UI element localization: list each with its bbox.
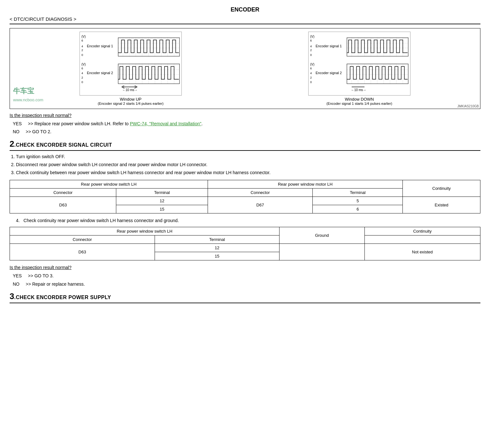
svg-text:Encoder signal 2: Encoder signal 2 <box>316 71 342 75</box>
waveform-right: (V) 6 4 2 0 Encoder signal 1 <box>308 32 410 105</box>
svg-text:4: 4 <box>81 72 83 75</box>
inspection2-no-row: NO >> Repair or replace harness. <box>13 280 480 288</box>
svg-text:2: 2 <box>81 76 83 79</box>
table2-connector-header: Connector <box>10 236 155 244</box>
svg-text:(V): (V) <box>81 35 86 38</box>
svg-text:Encoder signal 1: Encoder signal 1 <box>316 44 342 48</box>
step2-header: 2.CHECK ENCORDER SIGNAL CIRCUIT <box>10 139 480 151</box>
svg-text:0: 0 <box>81 53 83 57</box>
svg-text:4: 4 <box>81 45 83 48</box>
table1-term2-row2: 6 <box>313 205 403 213</box>
watermark-url: www.ncboo.com <box>13 97 43 102</box>
no-text-1: >> GO TO 2. <box>26 129 51 134</box>
svg-text:6: 6 <box>81 39 83 42</box>
table1-term2-row1: 5 <box>313 197 403 205</box>
svg-text:6: 6 <box>310 67 312 70</box>
waveform-left-subtitle: (Encoder signal 2 starts 1/4 pulses earl… <box>98 102 164 105</box>
table1-connector1-header: Connector <box>10 189 116 197</box>
waveform-left: (V) 6 4 2 0 Encoder signal 1 <box>80 32 182 105</box>
instruction-item: Check continuity between rear power wind… <box>16 169 480 176</box>
table2-terminal-header: Terminal <box>155 236 279 244</box>
table2-ground-val <box>279 244 365 260</box>
step3-header: 3.CHECK ENCORDER POWER SUPPLY <box>10 291 480 303</box>
svg-text:6: 6 <box>310 39 312 42</box>
continuity-table-2: Rear power window switch LH Ground Conti… <box>10 227 480 260</box>
instruction-item: Disconnect rear power window switch LH c… <box>16 161 480 168</box>
table1-terminal1-header: Terminal <box>116 189 208 197</box>
table1-group1-header: Rear power window switch LH <box>10 180 208 189</box>
svg-text:(V): (V) <box>310 35 314 38</box>
svg-text:Encoder signal 2: Encoder signal 2 <box>87 71 113 75</box>
svg-text:0: 0 <box>81 81 83 84</box>
yes-label-1: YES <box>13 121 22 126</box>
no-label-1: NO <box>13 129 19 134</box>
svg-text:(V): (V) <box>310 63 314 66</box>
inspection1-no-row: NO >> GO TO 2. <box>13 128 480 136</box>
inspection2-yes-row: YES >> GO TO 3. <box>13 272 480 280</box>
table1-conn2-val: D67 <box>208 197 312 213</box>
inspection2-question: Is the inspection result normal? <box>10 265 480 270</box>
waveform-box: 牛车宝 www.ncboo.com (V) 6 4 2 0 Encoder si… <box>10 28 480 109</box>
svg-text:←10 ms→: ←10 ms→ <box>122 88 137 92</box>
table1-continuity-header: Continuity <box>403 180 480 197</box>
step3-label: .CHECK ENCORDER POWER SUPPLY <box>14 295 111 300</box>
table1-term1-row2: 15 <box>116 205 208 213</box>
yes-text-2: >> GO TO 3. <box>28 273 53 278</box>
instruction-item: Turn ignition switch OFF. <box>16 153 480 160</box>
table2-group1-header: Rear power window switch LH <box>10 227 279 236</box>
table2-term-row2: 15 <box>155 252 279 260</box>
inspection1-question: Is the inspection result normal? <box>10 113 480 118</box>
svg-text:2: 2 <box>81 49 83 52</box>
yes-no-block-2: YES >> GO TO 3. NO >> Repair or replace … <box>13 272 480 288</box>
svg-text:Encoder signal 1: Encoder signal 1 <box>87 44 113 48</box>
top-rule <box>10 24 480 24</box>
waveform-right-title: Window DOWN <box>345 97 374 102</box>
svg-rect-81 <box>347 64 408 84</box>
yes-no-block-1: YES >> Replace rear power window switch … <box>13 120 480 136</box>
svg-text:4: 4 <box>310 45 312 48</box>
table2-continuity-sub <box>364 236 480 244</box>
table1-terminal2-header: Terminal <box>313 189 403 197</box>
step2-label: .CHECK ENCORDER SIGNAL CIRCUIT <box>14 142 112 148</box>
step3-number: 3 <box>10 291 14 301</box>
table1-connector2-header: Connector <box>208 189 312 197</box>
instruction4: 4. Check continuity rear power window sw… <box>16 218 480 223</box>
svg-text:6: 6 <box>81 67 83 70</box>
table1-cont-val: Existed <box>403 197 480 213</box>
table2-conn-val: D63 <box>10 244 155 260</box>
table2-continuity-header: Continuity <box>364 227 480 236</box>
diagram-ref: JMKIAS210GB <box>457 104 479 108</box>
step2-instructions: Turn ignition switch OFF. Disconnect rea… <box>16 153 480 176</box>
table2-cont-val: Not existed <box>364 244 480 260</box>
yes-label-2: YES <box>13 273 22 278</box>
table1-group2-header: Rear power window motor LH <box>208 180 402 189</box>
svg-text:(V): (V) <box>81 63 86 66</box>
inspection1-yes-row: YES >> Replace rear power window switch … <box>13 120 480 128</box>
svg-text:0: 0 <box>310 81 312 84</box>
waveform-right-svg: (V) 6 4 2 0 Encoder signal 1 <box>308 32 410 96</box>
table1-term1-row1: 12 <box>116 197 208 205</box>
svg-text:←10 ms→: ←10 ms→ <box>351 88 366 92</box>
svg-text:4: 4 <box>310 72 312 75</box>
svg-text:0: 0 <box>310 53 312 57</box>
page-title: ENCODER <box>10 6 480 13</box>
yes-text-1: >> Replace rear power window switch LH. … <box>28 121 130 126</box>
waveform-left-title: Window UP <box>120 97 142 102</box>
svg-text:2: 2 <box>310 76 312 79</box>
table2-term-row1: 12 <box>155 244 279 252</box>
table-row: D63 12 D67 5 Existed <box>10 197 480 205</box>
table1-conn1-val: D63 <box>10 197 116 213</box>
step2-number: 2 <box>10 139 14 149</box>
waveform-left-svg: (V) 6 4 2 0 Encoder signal 1 <box>80 32 182 96</box>
continuity-table-1: Rear power window switch LH Rear power w… <box>10 180 480 213</box>
watermark-char: 牛车宝 <box>13 86 34 96</box>
svg-rect-61 <box>347 38 408 56</box>
svg-rect-39 <box>118 64 180 84</box>
yes-link-1[interactable]: PWC-74, "Removal and Installation" <box>130 121 202 126</box>
no-label-2: NO <box>13 282 19 287</box>
svg-rect-19 <box>118 38 180 56</box>
table-row: D63 12 Not existed <box>10 244 480 252</box>
no-text-2: >> Repair or replace harness. <box>26 282 85 287</box>
waveform-right-subtitle: (Encoder signal 1 starts 1/4 pulses earl… <box>326 102 392 105</box>
table2-ground-header: Ground <box>279 227 365 244</box>
